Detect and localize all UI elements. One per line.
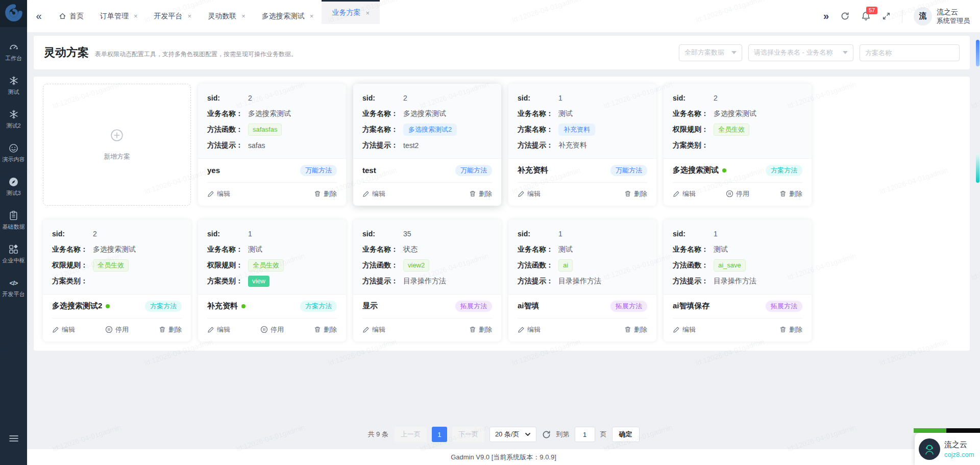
删除-action-button[interactable]: 删除 [159, 325, 182, 334]
field-value: 测试 [558, 245, 573, 254]
refresh-icon[interactable] [840, 11, 850, 21]
method-type-badge: 万能方法 [610, 165, 647, 176]
card-actions: 编辑删除 [198, 182, 346, 206]
method-type-badge: 万能方法 [300, 165, 337, 176]
sidebar-item-label: 企业中枢 [3, 257, 25, 264]
field-value: 1 [558, 230, 562, 238]
tab-业务方案[interactable]: 业务方案× [322, 0, 380, 24]
table-filter-value: 请选择业务表名 - 业务名称 [754, 48, 833, 57]
page-number-button[interactable]: 1 [432, 427, 447, 442]
scope-filter-select[interactable]: 全部方案数据 [679, 44, 742, 61]
swirl-logo-icon [5, 4, 23, 24]
停用-action-button[interactable]: 停用 [726, 189, 749, 199]
tab-label: 多选搜索测试 [262, 12, 305, 21]
tab-多选搜索测试[interactable]: 多选搜索测试× [254, 0, 322, 32]
pagination-refresh-icon[interactable] [542, 430, 551, 439]
停用-action-button[interactable]: 停用 [260, 325, 284, 334]
action-label: 删除 [324, 189, 337, 199]
user-menu[interactable]: 流 流之云 系统管理员 [914, 7, 970, 26]
plan-card-yes: sid:2业务名称：多选搜索测试方法函数：safasfas方法提示：safasy… [198, 84, 346, 206]
smiley-icon [9, 143, 19, 153]
编辑-action-button[interactable]: 编辑 [362, 189, 385, 199]
action-label: 删除 [479, 325, 492, 334]
sidebar-item-测试2[interactable]: 测试2 [0, 103, 27, 136]
sidebar-item-演示内容[interactable]: 演示内容 [0, 136, 27, 170]
plan-name: ai智填 [518, 301, 540, 311]
删除-action-button[interactable]: 删除 [469, 325, 492, 334]
scrollbar-thumb[interactable] [976, 153, 979, 183]
fullscreen-icon[interactable] [882, 12, 891, 20]
编辑-action-button[interactable]: 编辑 [518, 189, 541, 199]
删除-action-button[interactable]: 删除 [314, 189, 337, 199]
plan-name-input[interactable] [860, 44, 960, 61]
app-logo[interactable] [0, 0, 27, 27]
sidebar-item-label: 测试2 [6, 122, 20, 130]
card-field-row: sid:1 [207, 226, 337, 241]
chat-widget[interactable]: 流之云 cojz8.com [915, 433, 980, 465]
编辑-action-button[interactable]: 编辑 [518, 325, 541, 334]
sidebar-item-工作台[interactable]: 工作台 [0, 35, 27, 69]
field-label: sid: [362, 94, 403, 102]
card-field-row: 方法提示：目录操作方法 [362, 273, 492, 289]
停用-action-button[interactable]: 停用 [105, 325, 129, 334]
chat-minimized-strip[interactable] [914, 428, 980, 433]
tab-close-icon[interactable]: × [134, 12, 138, 20]
field-label: 方案名称： [362, 125, 403, 134]
hamburger-icon [9, 434, 19, 445]
删除-action-button[interactable]: 删除 [779, 325, 802, 334]
sidebar-item-测试3[interactable]: 测试3 [0, 170, 27, 204]
sidebar-item-测试[interactable]: 测试 [0, 69, 27, 103]
编辑-action-button[interactable]: 编辑 [673, 189, 696, 199]
delete-icon [779, 190, 787, 198]
field-label: 方法提示： [362, 141, 403, 150]
action-label: 删除 [479, 189, 492, 199]
sidebar-item-企业中枢[interactable]: 企业中枢 [0, 237, 27, 271]
card-actions: 编辑删除 [664, 318, 812, 342]
编辑-action-button[interactable]: 编辑 [362, 325, 385, 334]
sidebar-item-基础数据[interactable]: 基础数据 [0, 204, 27, 237]
field-value: 测试 [714, 245, 728, 254]
expand-tabs-icon[interactable]: » [823, 10, 829, 22]
sidebar-item-label: 基础数据 [3, 223, 25, 231]
删除-action-button[interactable]: 删除 [779, 189, 802, 199]
goto-page-input[interactable] [575, 427, 595, 442]
编辑-action-button[interactable]: 编辑 [52, 325, 75, 334]
card-field-row: 方案名称：多选搜索测试2 [362, 121, 492, 137]
tab-close-icon[interactable]: × [241, 12, 246, 20]
tab-close-icon[interactable]: × [365, 9, 370, 17]
编辑-action-button[interactable]: 编辑 [207, 189, 230, 199]
tab-开发平台[interactable]: 开发平台× [146, 0, 200, 32]
scrollbar-thumb-top[interactable] [976, 40, 979, 66]
tab-首页[interactable]: 首页 [51, 0, 92, 32]
tab-灵动数联[interactable]: 灵动数联× [200, 0, 254, 32]
编辑-action-button[interactable]: 编辑 [673, 325, 696, 334]
add-plan-card[interactable]: 新增方案 [43, 84, 191, 206]
删除-action-button[interactable]: 删除 [469, 189, 492, 199]
tab-close-icon[interactable]: × [188, 12, 192, 20]
notification-badge: 57 [866, 7, 877, 14]
tab-label: 开发平台 [154, 12, 183, 21]
page-size-select[interactable]: 20 条/页 [489, 427, 536, 442]
tab-close-icon[interactable]: × [310, 12, 314, 20]
notification-bell-icon[interactable]: 57 [861, 11, 871, 21]
collapse-tabs-icon[interactable]: « [27, 0, 51, 32]
card-field-row: 方法提示：目录操作方法 [673, 273, 802, 289]
goto-confirm-button[interactable]: 确定 [612, 427, 640, 442]
删除-action-button[interactable]: 删除 [624, 189, 647, 199]
field-value: 补充资料 [558, 141, 587, 150]
删除-action-button[interactable]: 删除 [624, 325, 647, 334]
enabled-status-dot [722, 168, 726, 173]
field-label: sid: [52, 230, 93, 238]
field-label: 方法提示： [673, 277, 714, 286]
next-page-button[interactable]: 下一页 [452, 427, 484, 442]
tab-label: 业务方案 [332, 8, 360, 17]
编辑-action-button[interactable]: 编辑 [207, 325, 230, 334]
sidebar-item-开发平台[interactable]: </>开发平台 [0, 271, 27, 305]
tab-订单管理[interactable]: 订单管理× [92, 0, 146, 32]
prev-page-button[interactable]: 上一页 [395, 427, 427, 442]
field-value: 测试 [248, 245, 262, 254]
table-filter-select[interactable]: 请选择业务表名 - 业务名称 [748, 44, 853, 61]
sidebar-collapse-button[interactable] [0, 434, 27, 445]
card-field-row: 方案名称：补充资料 [518, 121, 647, 137]
删除-action-button[interactable]: 删除 [314, 325, 337, 334]
